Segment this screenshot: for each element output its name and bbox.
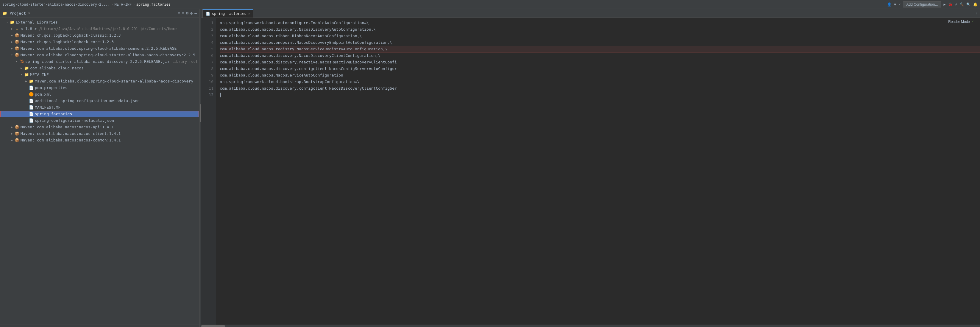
tree-arrow-4[interactable]: ▶ — [10, 46, 14, 51]
run-icon[interactable]: ▶ — [944, 2, 946, 6]
check-mark-icon: ✓ — [899, 2, 900, 6]
tree-arrow-2[interactable]: ▶ — [10, 32, 14, 38]
tree-arrow-7[interactable]: ▶ — [19, 65, 24, 71]
tree-item-13[interactable]: 📄MANIFEST.MF — [0, 104, 199, 111]
sidebar-title: Project — [10, 11, 26, 16]
tree-arrow-3[interactable]: ▶ — [10, 39, 14, 45]
tree-arrow-6[interactable]: ▾ — [14, 59, 19, 65]
sidebar-horizontal-scrollbar[interactable] — [0, 325, 199, 327]
code-text-7: com.alibaba.cloud.nacos.discovery.reacti… — [220, 59, 397, 65]
tree-label-1: < 1.8 > /Library/Java/JavaVirtualMachine… — [21, 26, 177, 32]
tree-label-14: spring.factories — [35, 111, 72, 117]
editor-more-icon[interactable]: ⋮ — [975, 11, 979, 16]
line-number-6: 6 — [201, 53, 216, 59]
line-number-9: 9 — [201, 72, 216, 79]
tree-label-18: Maven: com.alibaba.nacos:nacos-common:1.… — [21, 137, 121, 143]
editor-horizontal-scrollbar[interactable] — [201, 325, 980, 327]
tree-icon-9: 📁 — [29, 78, 34, 84]
code-line-10: org.springframework.cloud.bootstrap.Boot… — [220, 79, 980, 85]
tree-item-2[interactable]: ▶📦Maven: ch.qos.logback:logback-classic:… — [0, 32, 199, 39]
tree-arrow-17[interactable]: ▶ — [10, 131, 14, 137]
tree-item-9[interactable]: ▶📁maven.com.alibaba.cloud.spring-cloud-s… — [0, 78, 199, 85]
tab-spring-factories[interactable]: 📄 spring.factories ✕ — [202, 9, 253, 18]
tree-icon-6: 🗜 — [19, 59, 24, 65]
tree-icon-7: 📁 — [24, 65, 29, 71]
settings-icon[interactable]: ⚙ — [190, 11, 192, 16]
add-configuration-button[interactable]: Add Configuration... — [903, 2, 941, 8]
tree-item-4[interactable]: ▶📦Maven: com.alibaba.cloud:spring-cloud-… — [0, 45, 199, 52]
tree-item-1[interactable]: ▶☕< 1.8 > /Library/Java/JavaVirtualMachi… — [0, 26, 199, 32]
tree-arrow-0[interactable]: ▾ — [5, 19, 10, 25]
code-line-6: com.alibaba.cloud.nacos.discovery.NacosD… — [220, 53, 980, 59]
breadcrumb-part-1: spring-cloud-starter-alibaba-nacos-disco… — [2, 2, 110, 6]
code-line-4: com.alibaba.cloud.nacos.endpoint.NacosDi… — [220, 39, 980, 46]
line-number-2: 2 — [201, 26, 216, 33]
search-icon[interactable]: 🔍 — [966, 2, 971, 6]
tree-label-6: spring-cloud-starter-alibaba-nacos-disco… — [25, 59, 198, 65]
collapse-all-icon[interactable]: ≡ — [182, 11, 185, 16]
breadcrumb-sep-2: › — [133, 2, 135, 6]
tree-label-12: additional-spring-configuration-metadata… — [35, 98, 140, 104]
scrollbar-thumb[interactable] — [201, 325, 225, 327]
tree-arrow-5[interactable]: ▾ — [10, 52, 14, 58]
build-icon[interactable]: 🔨 — [959, 2, 964, 6]
tree-arrow-1[interactable]: ▶ — [10, 26, 14, 32]
tree-label-15: spring-configuration-metadata.json — [35, 118, 114, 124]
tree-item-10[interactable]: 📄pom.properties — [0, 85, 199, 91]
code-area[interactable]: org.springframework.boot.autoconfigure.E… — [216, 18, 980, 325]
tree-label-16: Maven: com.alibaba.nacos:nacos-api:1.4.1 — [21, 124, 114, 130]
tree-item-8[interactable]: ▾📁META-INF — [0, 72, 199, 78]
editor-panel: 📄 spring.factories ✕ ⋮ 123456789101112 o… — [201, 9, 980, 327]
breadcrumb-part-3: spring.factories — [136, 2, 171, 6]
tree-item-0[interactable]: ▾📁External Libraries — [0, 19, 199, 26]
editor-content: 123456789101112 org.springframework.boot… — [201, 18, 980, 325]
sidebar-scrollbar-thumb[interactable] — [200, 104, 201, 122]
notification-icon[interactable]: 🔔 — [973, 2, 978, 6]
scope-icon[interactable]: ⊕ — [178, 11, 180, 16]
tab-label: spring.factories — [212, 12, 247, 16]
tree-arrow-8[interactable]: ▾ — [19, 72, 24, 78]
reader-mode-button[interactable]: Reader Mode ✓ — [948, 20, 974, 24]
tree-item-16[interactable]: ▶📦Maven: com.alibaba.nacos:nacos-api:1.4… — [0, 124, 199, 131]
code-line-2: com.alibaba.cloud.nacos.discovery.NacosD… — [220, 26, 980, 33]
user-icon[interactable]: 👤 — [887, 2, 892, 6]
tree-icon-17: 📦 — [14, 131, 20, 137]
code-text-6: com.alibaba.cloud.nacos.discovery.NacosD… — [220, 53, 380, 59]
tree-item-15[interactable]: 📄spring-configuration-metadata.json — [0, 117, 199, 124]
tree-item-12[interactable]: 📄additional-spring-configuration-metadat… — [0, 98, 199, 104]
tree-item-5[interactable]: ▾📦Maven: com.alibaba.cloud:spring-cloud-… — [0, 52, 199, 58]
debug-icon[interactable]: 🐞 — [948, 2, 953, 6]
main-layout: 📁 Project ▼ ⊕ ≡ ⊟ ⚙ — ▾📁External Librari… — [0, 9, 980, 327]
tree-item-7[interactable]: ▶📁com.alibaba.cloud.nacos — [0, 65, 199, 72]
tree-icon-1: ☕ — [14, 26, 20, 32]
tree-icon-11: 🟠 — [29, 91, 34, 97]
tree-item-18[interactable]: ▶📦Maven: com.alibaba.nacos:nacos-common:… — [0, 137, 199, 144]
arrow-icon: ▼ — [894, 2, 896, 6]
code-line-12 — [220, 92, 980, 98]
tree-arrow-16[interactable]: ▶ — [10, 124, 14, 130]
tree-label-4: Maven: com.alibaba.cloud:spring-cloud-al… — [21, 46, 177, 51]
code-text-8: com.alibaba.cloud.nacos.discovery.config… — [220, 65, 397, 72]
tree-item-6[interactable]: ▾🗜spring-cloud-starter-alibaba-nacos-dis… — [0, 58, 199, 65]
tree-arrow-18[interactable]: ▶ — [10, 137, 14, 143]
sidebar-header: 📁 Project ▼ ⊕ ≡ ⊟ ⚙ — — [0, 9, 199, 18]
expand-all-icon[interactable]: ⊟ — [186, 11, 189, 16]
line-number-7: 7 — [201, 59, 216, 65]
sidebar-dropdown-arrow[interactable]: ▼ — [28, 12, 30, 15]
sidebar-toolbar: ⊕ ≡ ⊟ ⚙ — — [178, 11, 197, 16]
tree-arrow-9[interactable]: ▶ — [24, 78, 29, 84]
code-text-3: com.alibaba.cloud.nacos.ribbon.RibbonNac… — [220, 33, 362, 39]
profile-icon[interactable]: ⚡ — [955, 2, 957, 6]
tree-item-14[interactable]: 📄spring.factories — [0, 111, 199, 117]
tree-icon-3: 📦 — [14, 39, 20, 45]
tree-icon-15: 📄 — [29, 118, 34, 124]
tree-item-11[interactable]: 🟠pom.xml — [0, 91, 199, 98]
tree-item-3[interactable]: ▶📦Maven: ch.qos.logback:logback-core:1.2… — [0, 39, 199, 45]
breadcrumb-sep-1: › — [111, 2, 113, 6]
close-sidebar-icon[interactable]: — — [194, 11, 197, 16]
tree-icon-18: 📦 — [14, 137, 20, 143]
tab-close-button[interactable]: ✕ — [248, 12, 250, 16]
tree-item-17[interactable]: ▶📦Maven: com.alibaba.nacos:nacos-client:… — [0, 131, 199, 137]
tree-icon-5: 📦 — [14, 52, 20, 58]
tree-icon-14: 📄 — [29, 111, 34, 117]
